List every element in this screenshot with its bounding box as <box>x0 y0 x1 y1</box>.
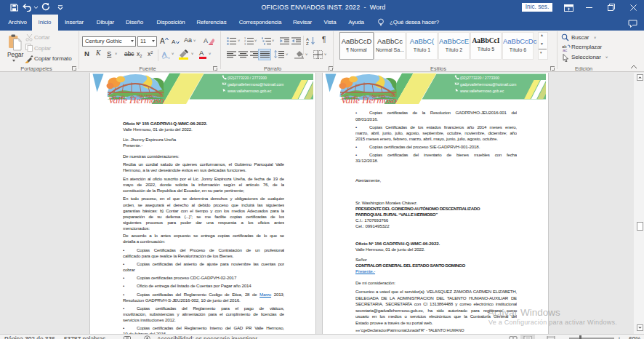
svg-text:www.vallehermoso.gob.ec: www.vallehermoso.gob.ec <box>460 89 504 93</box>
svg-text:gadprvallehermoso@hotmail.com: gadprvallehermoso@hotmail.com <box>228 82 283 87</box>
svg-text:www.vallehermoso.gob.ec: www.vallehermoso.gob.ec <box>228 89 272 93</box>
svg-text:GAD PARROQUIAL: GAD PARROQUIAL <box>137 94 164 97</box>
svg-text:ac: ac <box>563 48 567 52</box>
svg-text:3: 3 <box>244 42 246 45</box>
svg-text:A: A <box>306 37 309 41</box>
svg-text:gadprvallehermoso@hotmail.com: gadprvallehermoso@hotmail.com <box>460 82 516 87</box>
svg-text:(02)2773220 / 2773300: (02)2773220 / 2773300 <box>228 76 267 80</box>
svg-text:(02)2773220 / 2773300: (02)2773220 / 2773300 <box>460 76 499 80</box>
svg-text:GAD PARROQUIAL: GAD PARROQUIAL <box>369 94 397 97</box>
svg-text:Z: Z <box>306 41 309 45</box>
svg-text:A: A <box>204 37 208 44</box>
